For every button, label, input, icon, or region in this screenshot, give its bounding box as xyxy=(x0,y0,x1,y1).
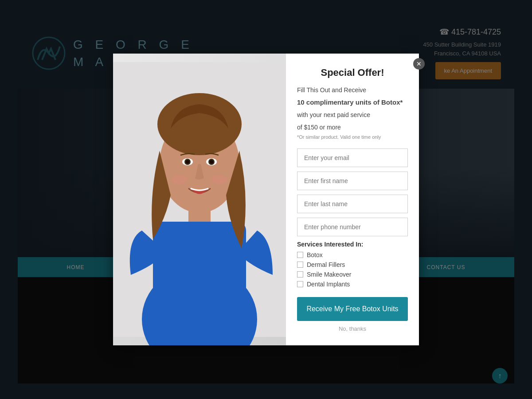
checkbox-dental-implants[interactable]: Dental Implants xyxy=(297,281,408,288)
checkbox-botox-input[interactable] xyxy=(297,252,303,258)
checkbox-dermal-fillers-label: Dermal Fillers xyxy=(307,261,345,268)
offer-line4: of $150 or more xyxy=(297,122,408,132)
checkbox-smile-makeover[interactable]: Smile Makeover xyxy=(297,271,408,278)
checkbox-smile-makeover-label: Smile Makeover xyxy=(307,271,351,278)
last-name-input[interactable] xyxy=(297,195,408,213)
checkbox-dermal-fillers[interactable]: Dermal Fillers xyxy=(297,261,408,268)
svg-rect-3 xyxy=(153,222,246,345)
offer-line2: 10 complimentary units of Botox* xyxy=(297,97,408,108)
svg-point-14 xyxy=(211,175,227,184)
no-thanks-link[interactable]: No, thanks xyxy=(297,325,408,332)
modal-form-panel: Special Offer! Fill This Out and Receive… xyxy=(286,54,419,345)
email-input[interactable] xyxy=(297,149,408,167)
first-name-input[interactable] xyxy=(297,172,408,190)
svg-point-13 xyxy=(172,175,188,184)
checkbox-dental-implants-label: Dental Implants xyxy=(307,281,350,288)
modal-image-panel xyxy=(113,54,286,345)
offer-line1: Fill This Out and Receive xyxy=(297,85,408,95)
checkbox-botox[interactable]: Botox xyxy=(297,251,408,258)
close-button[interactable]: ✕ xyxy=(413,58,425,70)
services-label: Services Interested In: xyxy=(297,241,408,248)
checkbox-dental-implants-input[interactable] xyxy=(297,281,303,287)
svg-point-6 xyxy=(157,93,242,155)
offer-disclaimer: *Or similar product. Valid one time only xyxy=(297,134,408,140)
svg-point-9 xyxy=(186,160,189,164)
woman-image xyxy=(113,54,286,345)
modal-title: Special Offer! xyxy=(297,67,408,78)
checkbox-smile-makeover-input[interactable] xyxy=(297,271,303,278)
checkbox-botox-label: Botox xyxy=(307,251,323,258)
modal-dialog: ✕ xyxy=(113,54,419,345)
svg-point-12 xyxy=(210,160,213,164)
checkbox-dermal-fillers-input[interactable] xyxy=(297,262,303,268)
phone-input[interactable] xyxy=(297,218,408,236)
submit-button[interactable]: Receive My Free Botox Units xyxy=(297,297,408,321)
offer-line3: with your next paid service xyxy=(297,110,408,120)
